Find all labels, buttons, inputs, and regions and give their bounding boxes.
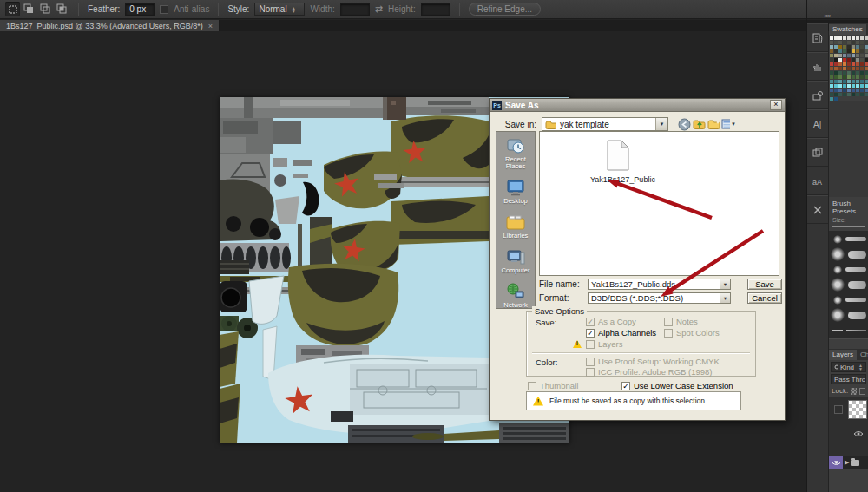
swatch[interactable] <box>834 62 838 66</box>
swatch[interactable] <box>860 49 864 53</box>
dropdown-arrow-icon[interactable]: ▼ <box>655 118 667 130</box>
swatch[interactable] <box>860 54 864 57</box>
swatch[interactable] <box>865 89 868 92</box>
swatch[interactable] <box>843 62 846 66</box>
expand-arrow-icon[interactable]: ▶ <box>845 459 849 466</box>
swatch[interactable] <box>843 84 846 88</box>
swatch[interactable] <box>830 67 833 70</box>
as-a-copy-checkbox[interactable]: ✓ As a Copy <box>586 317 636 326</box>
swatch[interactable] <box>834 75 838 79</box>
swatch[interactable] <box>852 93 855 96</box>
swatch[interactable] <box>847 80 851 83</box>
icc-profile-checkbox[interactable]: ICC Profile: Adobe RGB (1998) <box>586 367 712 377</box>
anti-alias-checkbox[interactable] <box>160 5 168 14</box>
intersect-selection-icon[interactable] <box>55 2 69 16</box>
dialog-close-button[interactable]: × <box>770 100 782 110</box>
swatch[interactable] <box>834 58 838 62</box>
swatch[interactable] <box>856 93 859 96</box>
swatch[interactable] <box>834 97 838 101</box>
save-in-select[interactable]: yak template ▼ <box>542 117 668 131</box>
add-to-selection-icon[interactable] <box>22 2 36 16</box>
swatch[interactable] <box>838 41 842 44</box>
swatch[interactable] <box>856 58 859 62</box>
swatch[interactable] <box>860 71 864 75</box>
layer-thumbnail[interactable] <box>848 400 867 419</box>
swatch[interactable] <box>865 49 868 53</box>
swatch[interactable] <box>865 71 868 75</box>
swatch[interactable] <box>852 49 855 53</box>
swatch[interactable] <box>830 58 833 62</box>
refine-edge-button[interactable]: Refine Edge... <box>469 3 541 16</box>
swatch[interactable] <box>865 45 868 49</box>
swatch[interactable] <box>852 41 855 44</box>
document-tab[interactable]: 1Bs127_Public.psd @ 33.3% (Advanced User… <box>0 20 220 31</box>
swatch[interactable] <box>843 67 846 70</box>
swatch[interactable] <box>830 84 833 88</box>
swatch[interactable] <box>860 45 864 49</box>
swatch[interactable] <box>852 62 855 66</box>
swatch[interactable] <box>852 58 855 62</box>
place-desktop[interactable]: Desktop <box>496 178 535 205</box>
swatch[interactable] <box>847 71 851 75</box>
swatch[interactable] <box>838 80 842 83</box>
alpha-channels-checkbox[interactable]: ✓ Alpha Channels <box>586 328 656 338</box>
tab-swatches[interactable]: Swatches <box>829 24 866 35</box>
swatch[interactable] <box>856 89 859 92</box>
new-folder-button[interactable] <box>707 117 721 131</box>
brush-preset-item[interactable] <box>831 248 866 260</box>
swatch[interactable] <box>834 41 838 44</box>
swatch[interactable] <box>834 54 838 57</box>
lock-transparency-icon[interactable] <box>851 388 857 395</box>
swatch[interactable] <box>838 49 842 53</box>
eye-icon[interactable] <box>829 456 843 469</box>
swatch[interactable] <box>843 54 846 57</box>
notes-checkbox[interactable]: Notes <box>664 317 698 326</box>
swatch[interactable] <box>838 58 842 62</box>
swatch[interactable] <box>852 80 855 83</box>
swatch[interactable] <box>865 36 868 40</box>
swatch[interactable] <box>860 67 864 70</box>
swatch[interactable] <box>830 49 833 53</box>
brush-preset-item[interactable] <box>831 309 866 321</box>
swatch[interactable] <box>838 67 842 70</box>
swatch[interactable] <box>860 36 864 40</box>
height-input[interactable] <box>421 3 450 16</box>
panel-icon-hand[interactable] <box>807 52 828 81</box>
swatch[interactable] <box>830 54 833 57</box>
swatch[interactable] <box>838 84 842 88</box>
swatch[interactable] <box>865 93 868 96</box>
place-computer[interactable]: Computer <box>496 247 535 274</box>
swatch[interactable] <box>856 41 859 44</box>
swatch[interactable] <box>830 89 833 92</box>
swatch[interactable] <box>843 58 846 62</box>
swap-dimensions-icon[interactable]: ⇄ <box>375 3 383 15</box>
swatch[interactable] <box>856 36 859 40</box>
panel-icon-clone-source[interactable] <box>807 81 828 109</box>
swatch[interactable] <box>856 67 859 70</box>
place-libraries[interactable]: Libraries <box>496 213 535 239</box>
format-select[interactable]: D3D/DDS (*.DDS;*.DDS) ▼ <box>588 292 731 304</box>
swatch[interactable] <box>843 41 846 44</box>
swatch[interactable] <box>865 75 868 79</box>
swatch[interactable] <box>856 62 859 66</box>
blend-mode-select[interactable]: Pass Through <box>831 374 866 384</box>
swatch[interactable] <box>834 93 838 96</box>
swatch[interactable] <box>838 93 842 96</box>
view-menu-button[interactable]: ▼ <box>721 117 736 131</box>
swatch[interactable] <box>838 36 842 40</box>
brush-preset-item[interactable] <box>831 264 866 275</box>
swatch[interactable] <box>865 62 868 66</box>
swatch[interactable] <box>843 49 846 53</box>
swatch[interactable] <box>843 80 846 83</box>
tab-close-icon[interactable]: × <box>208 22 213 30</box>
swatch[interactable] <box>865 80 868 83</box>
swatch[interactable] <box>847 58 851 62</box>
width-input[interactable] <box>340 3 370 16</box>
file-name-input[interactable]: Yak1Bs127_Public.dds ▼ <box>588 279 731 290</box>
swatch[interactable] <box>834 36 838 40</box>
swatch[interactable] <box>860 75 864 79</box>
dropdown-arrow-icon[interactable]: ▼ <box>720 293 730 303</box>
dialog-titlebar[interactable]: Ps Save As × <box>490 99 785 112</box>
swatch[interactable] <box>860 41 864 44</box>
use-lower-case-extension-checkbox[interactable]: ✓ Use Lower Case Extension <box>621 381 733 390</box>
